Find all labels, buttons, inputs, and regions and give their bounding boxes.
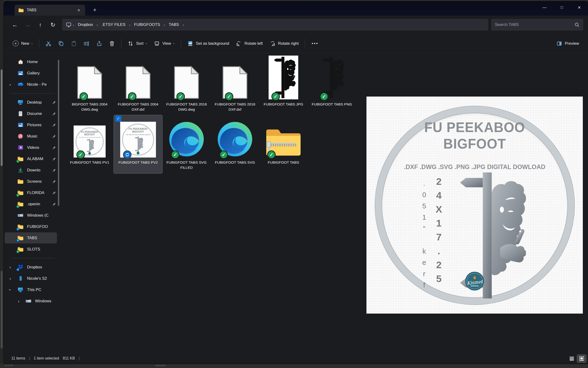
sidebar-item-florida[interactable]: ✓ FLORIDA	[5, 187, 57, 198]
breadcrumb-item-etsy-files[interactable]: .ETSY FILES	[99, 21, 128, 28]
thumbnail-view-toggle[interactable]	[577, 355, 586, 362]
share-icon	[96, 40, 102, 47]
new-label: New	[21, 41, 29, 46]
bigfoot-mini-art	[85, 139, 95, 153]
sidebar-item-windows-drive[interactable]: Windows (C	[5, 210, 57, 221]
maximize-button[interactable]: □	[553, 1, 570, 14]
folder-icon: ✓	[18, 156, 24, 162]
sidebar-item-this-pc[interactable]: › This PC	[5, 284, 57, 295]
tab-close-icon[interactable]: ×	[76, 8, 82, 13]
background-app-toolbar: 16.07% Selection	[0, 363, 588, 368]
sidebar-item-pictures[interactable]: Pictures	[5, 119, 57, 130]
sidebar-item-opening[interactable]: ✓ .openin	[5, 198, 57, 210]
selection-checkbox[interactable]: ✓	[115, 116, 121, 122]
breadcrumb[interactable]: › Dropbox › .ETSY FILES › FUBIGFOOTS › T…	[62, 19, 488, 31]
clipboard-icon	[71, 40, 77, 47]
synced-check-badge: ✓	[267, 150, 276, 159]
sidebar-item-gallery[interactable]: Gallery	[5, 68, 57, 79]
sidebar-item-desktop[interactable]: Desktop	[5, 97, 57, 108]
search-box[interactable]: Search TABS	[491, 19, 583, 31]
sidebar-item-label: Windows (C	[27, 213, 49, 218]
rotate-right-button[interactable]: Rotate right	[266, 37, 301, 50]
sidebar-item-screens[interactable]: Screens	[5, 176, 57, 187]
synced-check-badge: ✓	[16, 193, 19, 197]
copy-button[interactable]	[55, 37, 67, 50]
sidebar-item-documents[interactable]: Docume	[5, 108, 57, 119]
search-icon[interactable]	[574, 22, 579, 27]
share-button[interactable]	[93, 37, 105, 50]
gallery-icon	[18, 70, 24, 76]
preview-label: Preview	[565, 41, 579, 46]
synced-check-badge: ✓	[225, 92, 233, 101]
close-button[interactable]: ×	[570, 1, 588, 14]
sidebar-item-home[interactable]: Home	[5, 56, 57, 67]
drive-icon	[18, 212, 24, 219]
file-tile-fubigfoot-jpg[interactable]: ✓ FUBIGFOOT TABS JPG	[259, 57, 308, 115]
refresh-button[interactable]: ↻	[47, 19, 59, 30]
chevron-right-icon[interactable]: ›	[9, 276, 11, 281]
file-tile-fubigfoot-2004-dxf[interactable]: ✓ FUBIGFOOT TABS 2004 DXF.dxf	[114, 57, 162, 115]
delete-button[interactable]	[106, 37, 118, 50]
up-button[interactable]: ↑	[34, 19, 47, 30]
sidebar-item-alabama[interactable]: ✓ ALABAM	[5, 153, 57, 164]
sidebar-item-slots[interactable]: ✓ SLOTS	[5, 244, 57, 255]
file-tile-fubigfoot-png[interactable]: ✓ FUBIGFOOT TABS PNG	[308, 57, 356, 115]
new-button[interactable]: + New ›	[10, 37, 36, 50]
sidebar-item-tabs[interactable]: TABS	[5, 232, 57, 243]
chevron-down-icon[interactable]: ›	[8, 289, 13, 290]
synced-check-badge: ✓	[16, 160, 19, 163]
sidebar-item-label: Docume	[27, 111, 42, 116]
minimize-button[interactable]: —	[536, 1, 553, 14]
file-tile-fubigfoot-2018-dwg[interactable]: ✓ FUBIGFOOT TABS 2018 DWG.dwg	[162, 57, 211, 115]
sidebar-item-windows-sub[interactable]: › Windows	[5, 295, 57, 307]
paste-button[interactable]	[68, 37, 80, 50]
file-tile-zip[interactable]: ✓ FUBIGFOOT TABS	[259, 115, 308, 173]
preview-toggle-button[interactable]: Preview	[553, 37, 582, 50]
chevron-right-icon[interactable]: ›	[9, 265, 11, 270]
sidebar-item-videos[interactable]: Videos	[5, 142, 57, 153]
breadcrumb-item-fubigfoots[interactable]: FUBIGFOOTS	[132, 21, 163, 28]
forward-button[interactable]: →	[21, 19, 34, 30]
file-tile-fubigfoot-2018-dxf[interactable]: ✓ FUBIGFOOT TABS 2018 DXF.dxf	[211, 57, 259, 115]
file-tile-bigfoot-2004-dwg[interactable]: ✓ BIGFOOT TABS 2004 DWG.dwg	[65, 57, 114, 115]
sidebar-item-label: FUBIGFOO	[27, 224, 48, 229]
rename-button[interactable]	[81, 37, 92, 50]
kismet-logo-badge: Kismet	[466, 272, 483, 290]
file-tile-pv2-selected[interactable]: ✓ FU PEEKABOO BIGFOOT .DXF .DWG .SVG .PN…	[114, 115, 162, 173]
sidebar-item-onedrive[interactable]: › Nicole - Pe	[5, 79, 57, 90]
breadcrumb-item-dropbox[interactable]: Dropbox	[76, 21, 95, 28]
explorer-tab[interactable]: TABS ×	[15, 5, 85, 16]
wallpaper-icon	[187, 40, 193, 47]
new-tab-button[interactable]: +	[91, 7, 98, 13]
rotate-left-button[interactable]: Rotate left	[233, 37, 266, 50]
see-more-button[interactable]: •••	[308, 41, 322, 46]
file-tile-pv1[interactable]: FU PEEKABOO BIGFOOT .DXF .DWG .SVG .PNG …	[65, 115, 114, 173]
sidebar-scrollbar[interactable]	[58, 60, 59, 206]
kismet-logo-text: Kismet	[467, 279, 483, 285]
sidebar-item-phone[interactable]: › Nicole's S2	[5, 273, 57, 284]
kismet-logo-underline	[471, 285, 479, 286]
background-scrollbar	[1, 69, 3, 166]
view-button[interactable]: View ›	[151, 37, 178, 50]
chevron-right-icon[interactable]: ›	[18, 299, 19, 304]
sidebar-item-label: .openin	[27, 202, 40, 206]
chevron-right-icon[interactable]: ›	[9, 82, 11, 87]
file-tile-svg[interactable]: ✓ FUBIGFOOT TABS SVG	[211, 115, 259, 173]
file-name: FUBIGFOOT TABS PNG	[312, 102, 352, 107]
breadcrumb-item-tabs[interactable]: TABS	[167, 21, 181, 28]
set-as-background-button[interactable]: Set as background	[184, 37, 232, 50]
bigfoot-jpg-thumbnail	[269, 55, 298, 99]
breadcrumb-separator: ›	[129, 23, 131, 27]
sidebar-item-dropbox[interactable]: › Dropbox	[5, 262, 57, 273]
sidebar-item-downloads[interactable]: Downlo	[5, 165, 57, 176]
cut-button[interactable]	[43, 37, 54, 50]
sort-button[interactable]: Sort ›	[125, 37, 150, 50]
details-view-toggle[interactable]	[567, 355, 576, 362]
back-button[interactable]: ←	[9, 19, 21, 30]
sidebar-item-fubigfoot[interactable]: FUBIGFOO	[5, 221, 57, 232]
sidebar-item-music[interactable]: Music	[5, 131, 57, 142]
sort-icon	[127, 40, 134, 47]
pin-icon	[52, 101, 56, 104]
folder-icon	[18, 235, 24, 241]
file-tile-svg-filled[interactable]: ✓ FUBIGFOOT TABS SVG FILLED	[162, 115, 211, 173]
